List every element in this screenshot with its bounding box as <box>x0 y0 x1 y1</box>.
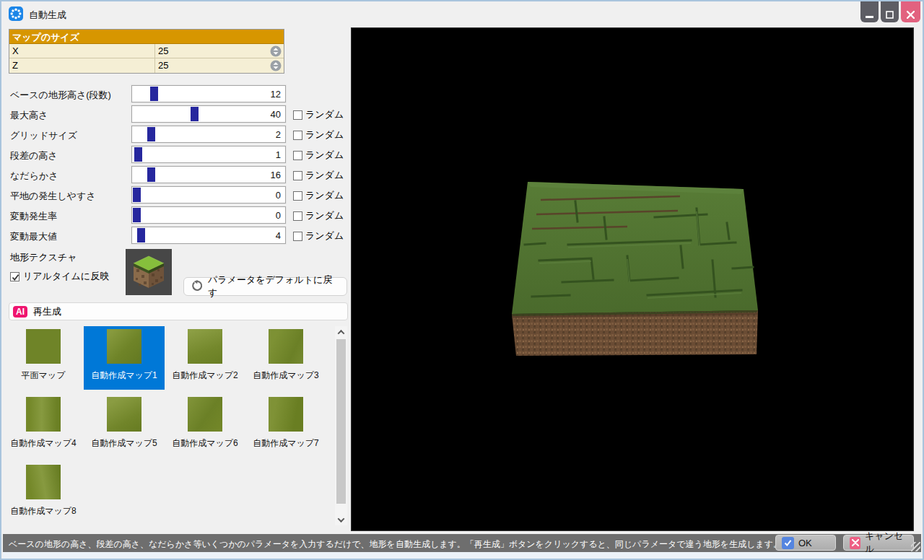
random-label: ランダム <box>305 108 344 121</box>
slider-row-variation-max: 変動最大値 4 ランダム <box>9 227 348 244</box>
title-bar[interactable]: 自動生成 <box>1 1 923 26</box>
minimize-button[interactable] <box>860 1 879 22</box>
map-thumbnail <box>26 329 61 364</box>
terrain-texture-preview[interactable] <box>126 249 172 295</box>
map-item-auto6[interactable]: 自動作成マップ6 <box>165 394 245 458</box>
close-button[interactable] <box>901 1 920 22</box>
slider-max-height[interactable]: 40 <box>131 105 286 123</box>
random-label: ランダム <box>305 229 344 242</box>
checkbox-icon[interactable] <box>293 131 302 140</box>
realtime-checkbox[interactable]: リアルタイムに反映 <box>10 270 109 283</box>
slider-thumb[interactable] <box>150 87 158 101</box>
slider-value: 12 <box>271 89 281 100</box>
checkbox-icon[interactable] <box>293 191 302 201</box>
spinner-up-down-icon[interactable] <box>270 45 282 57</box>
terrain-texture-label: 地形テクスチャ <box>10 251 77 264</box>
map-size-row-z: Z 25 <box>9 58 284 73</box>
slider-label: なだらかさ <box>10 170 58 183</box>
cancel-x-icon <box>850 537 860 549</box>
map-item-label: 自動作成マップ1 <box>84 369 165 382</box>
random-checkbox-variation-max[interactable]: ランダム <box>293 229 344 242</box>
slider-thumb[interactable] <box>133 208 141 222</box>
checkbox-icon[interactable] <box>293 171 302 180</box>
slider-variation-rate[interactable]: 0 <box>131 206 286 224</box>
map-size-x-field[interactable]: 25 <box>155 44 284 58</box>
checkbox-icon[interactable] <box>293 110 302 120</box>
spinner-up-down-icon[interactable] <box>270 60 282 71</box>
auto-generate-dialog: 自動生成 マップのサイズ X 25 Z 2 <box>0 0 924 560</box>
random-checkbox-grid-size[interactable]: ランダム <box>293 128 344 141</box>
slider-thumb[interactable] <box>147 127 155 141</box>
slider-value: 40 <box>271 109 281 120</box>
scroll-up-icon[interactable] <box>335 326 347 338</box>
map-size-z-field[interactable]: 25 <box>155 58 284 73</box>
map-thumbnail <box>269 329 303 364</box>
checkbox-icon[interactable] <box>293 211 302 221</box>
random-checkbox-max-height[interactable]: ランダム <box>293 108 344 121</box>
slider-value: 4 <box>276 230 281 241</box>
reset-button-label: パラメータをデフォルトに戻す <box>208 274 339 299</box>
map-item-label: 自動作成マップ5 <box>84 437 165 450</box>
ok-button[interactable]: OK <box>775 535 836 551</box>
map-thumbnail <box>188 397 222 432</box>
random-checkbox-flat-chance[interactable]: ランダム <box>293 189 344 202</box>
slider-thumb[interactable] <box>137 228 145 242</box>
map-size-table: マップのサイズ X 25 Z 25 <box>9 29 284 74</box>
terrain-3d-preview[interactable] <box>351 27 914 531</box>
slider-label: ベースの地形高さ(段数) <box>10 89 111 102</box>
slider-thumb[interactable] <box>191 107 199 121</box>
cancel-button[interactable]: キャンセル <box>843 535 914 551</box>
slider-row-base-height: ベースの地形高さ(段数) 12 <box>9 85 348 102</box>
map-thumbnail <box>26 465 61 499</box>
slider-value: 16 <box>271 170 281 180</box>
map-item-auto1[interactable]: 自動作成マップ1 <box>84 326 165 390</box>
slider-variation-max[interactable]: 4 <box>131 227 286 244</box>
random-label: ランダム <box>305 169 344 182</box>
map-size-x-label: X <box>9 44 155 58</box>
voxel-terrain-render <box>352 28 915 532</box>
scroll-down-icon[interactable] <box>335 514 347 525</box>
slider-row-smoothness: なだらかさ 16 ランダム <box>9 166 348 183</box>
map-size-header: マップのサイズ <box>9 30 284 44</box>
map-item-auto7[interactable]: 自動作成マップ7 <box>245 394 326 458</box>
slider-thumb[interactable] <box>134 147 142 162</box>
slider-value: 0 <box>276 210 281 221</box>
slider-flat-chance[interactable]: 0 <box>131 186 286 204</box>
scrollbar-thumb[interactable] <box>336 339 346 504</box>
map-item-label: 平面マップ <box>3 369 84 382</box>
ok-check-icon <box>782 537 794 549</box>
checkbox-icon[interactable] <box>293 232 302 241</box>
slider-base-height[interactable]: 12 <box>131 85 286 102</box>
map-thumbnail <box>107 397 141 432</box>
slider-row-step-height: 段差の高さ 1 ランダム <box>9 146 348 163</box>
map-size-z-value: 25 <box>158 60 168 71</box>
slider-thumb[interactable] <box>133 188 141 202</box>
random-checkbox-variation-rate[interactable]: ランダム <box>293 209 344 222</box>
map-list-scrollbar[interactable] <box>335 326 347 525</box>
slider-step-height[interactable]: 1 <box>131 146 286 163</box>
map-item-auto2[interactable]: 自動作成マップ2 <box>165 326 245 390</box>
map-thumbnail <box>188 329 222 364</box>
checkbox-checked-icon[interactable] <box>10 272 19 281</box>
regenerate-button[interactable]: AI 再生成 <box>9 302 348 320</box>
slider-thumb[interactable] <box>147 167 155 182</box>
random-label: ランダム <box>305 189 344 202</box>
map-size-x-value: 25 <box>158 45 168 56</box>
map-size-z-label: Z <box>9 58 155 73</box>
random-checkbox-smoothness[interactable]: ランダム <box>293 169 344 182</box>
map-thumbnail <box>26 397 61 432</box>
checkbox-icon[interactable] <box>293 151 302 160</box>
slider-grid-size[interactable]: 2 <box>131 126 286 143</box>
random-checkbox-step-height[interactable]: ランダム <box>293 149 344 162</box>
map-item-auto4[interactable]: 自動作成マップ4 <box>3 394 84 458</box>
resize-grip[interactable] <box>911 542 920 551</box>
map-item-auto5[interactable]: 自動作成マップ5 <box>84 394 165 458</box>
map-item-auto3[interactable]: 自動作成マップ3 <box>245 326 326 390</box>
slider-smoothness[interactable]: 16 <box>131 166 286 183</box>
maximize-button[interactable] <box>881 1 899 22</box>
map-item-auto8[interactable]: 自動作成マップ8 <box>3 462 84 525</box>
map-item-flat[interactable]: 平面マップ <box>3 326 84 390</box>
slider-value: 0 <box>276 190 281 201</box>
reset-parameters-button[interactable]: パラメータをデフォルトに戻す <box>183 277 347 296</box>
slider-row-max-height: 最大高さ 40 ランダム <box>9 105 348 123</box>
